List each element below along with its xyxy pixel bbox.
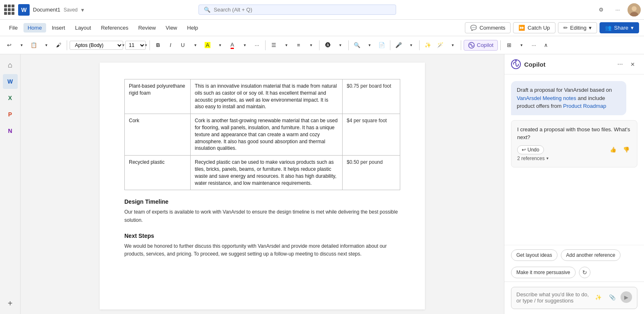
avatar[interactable] (628, 3, 641, 16)
meeting-notes-link[interactable]: VanArsdel Meeting notes (517, 95, 576, 101)
shading-dropdown-button[interactable]: ▾ (334, 40, 346, 51)
font-size-selector[interactable]: 11 (125, 41, 146, 50)
copilot-toolbar-button[interactable]: Copilot (464, 40, 498, 51)
undo-button[interactable]: ↩ (3, 40, 15, 51)
next-steps-text: We would be honored to further discuss t… (124, 242, 400, 258)
clipboard-dropdown-button[interactable]: ▾ (40, 40, 52, 51)
menu-layout[interactable]: Layout (71, 23, 95, 33)
copilot-header-icons: ··· ✕ (615, 59, 637, 69)
menu-file[interactable]: File (5, 23, 22, 33)
menu-bar: File Home Insert Layout References Revie… (0, 20, 644, 36)
ai-response-bubble: I created a proposal with those two file… (511, 120, 637, 167)
designer-button[interactable]: 🪄 (434, 40, 446, 51)
format-painter-button[interactable]: 🖌 (53, 40, 64, 51)
toolbar-divider-3 (265, 40, 266, 50)
find-button[interactable]: 🔍 (351, 40, 363, 51)
copilot-text-input[interactable] (516, 291, 589, 305)
undo-button[interactable]: ↩ Undo (517, 145, 544, 154)
design-timeline-text: Our team of experts is available to work… (124, 208, 400, 224)
view-options-dropdown-button[interactable]: ▾ (516, 40, 527, 51)
sidebar-home-icon[interactable]: ⌂ (3, 58, 18, 72)
bullets-button[interactable]: ☰ (268, 40, 280, 51)
italic-button[interactable]: I (165, 40, 176, 51)
copilot-input-icons: ✨ 📎 ▶ (593, 291, 632, 303)
copilot-close-button[interactable]: ✕ (628, 59, 637, 69)
font-color-button[interactable]: A (226, 40, 238, 51)
more-toolbar-button[interactable]: ··· (528, 40, 539, 51)
copilot-panel-icon (511, 59, 521, 69)
toolbar-collapse-button[interactable]: ∧ (540, 40, 552, 51)
bold-button[interactable]: B (152, 40, 164, 51)
attach-icon[interactable]: 📎 (607, 291, 618, 303)
menu-insert[interactable]: Insert (48, 23, 70, 33)
search-input[interactable] (214, 7, 391, 13)
menu-references[interactable]: References (97, 23, 132, 33)
search-box[interactable]: 🔍 (198, 5, 396, 15)
dictate-button[interactable]: 🎤 (393, 40, 404, 51)
share-dropdown-icon: ▾ (631, 25, 634, 31)
left-sidebar: ⌂ W X P N + (0, 54, 21, 314)
ai-action-row: ↩ Undo 👍 👎 (517, 145, 631, 155)
copilot-panel-title: Copilot (524, 61, 612, 68)
dropdown-arrow-icon[interactable]: ▾ (81, 7, 84, 13)
shading-button[interactable]: 🅐 (322, 40, 334, 51)
menu-help[interactable]: Help (183, 23, 202, 33)
find-dropdown-button[interactable]: ▾ (364, 40, 375, 51)
title-bar-right: ⚙ ··· (509, 3, 641, 16)
rewrite-button[interactable]: ✨ (422, 40, 434, 51)
sidebar-word-icon[interactable]: W (3, 74, 18, 89)
bullets-dropdown-button[interactable]: ▾ (280, 40, 292, 51)
toolbar-divider-1 (67, 40, 67, 50)
share-button[interactable]: 👥 Share ▾ (600, 22, 639, 33)
copilot-label: Copilot (477, 42, 493, 48)
add-reference-button[interactable]: Add another reference (561, 249, 621, 261)
highlight-button[interactable]: A (202, 40, 213, 51)
more-format-button[interactable]: ··· (251, 40, 263, 51)
dictate-dropdown-button[interactable]: ▾ (405, 40, 417, 51)
editing-dropdown-icon: ▾ (589, 25, 592, 31)
editing-button[interactable]: ✏ Editing ▾ (558, 22, 597, 33)
menu-review[interactable]: Review (134, 23, 160, 33)
thumbs-down-button[interactable]: 👎 (621, 145, 631, 155)
thumbs-up-button[interactable]: 👍 (608, 145, 618, 155)
catchup-button[interactable]: ⏩ Catch Up (513, 22, 555, 33)
refresh-suggestions-button[interactable]: ↻ (579, 267, 590, 278)
make-persuasive-button[interactable]: Make it more persuasive (511, 267, 576, 278)
font-selector[interactable]: Aptos (Body) (70, 41, 123, 50)
sidebar-excel-icon[interactable]: X (3, 91, 18, 105)
menu-home[interactable]: Home (23, 23, 46, 33)
product-roadmap-link[interactable]: Product Roadmap (563, 103, 606, 109)
search-area: 🔍 (89, 5, 506, 15)
title-bar-left: W Document1 Saved ▾ (3, 4, 86, 16)
share-icon: 👥 (605, 25, 611, 31)
highlight-dropdown-button[interactable]: ▾ (214, 40, 226, 51)
waffle-menu-button[interactable] (3, 4, 15, 16)
sidebar-powerpoint-icon[interactable]: P (3, 107, 18, 122)
paragraph-dropdown-button[interactable]: ▾ (305, 40, 317, 51)
designer-dropdown-button[interactable]: ▾ (447, 40, 458, 51)
clipboard-button[interactable]: 📋 (28, 40, 40, 51)
references-row[interactable]: 2 references ▾ (517, 155, 631, 162)
catchup-icon: ⏩ (518, 25, 525, 31)
font-color-dropdown-button[interactable]: ▾ (239, 40, 250, 51)
view-options-button[interactable]: ⊞ (503, 40, 515, 51)
copilot-icon (468, 42, 475, 49)
sparkle-icon[interactable]: ✨ (593, 291, 604, 303)
undo-dropdown-button[interactable]: ▾ (16, 40, 27, 51)
copilot-more-button[interactable]: ··· (615, 59, 625, 69)
edit-icon: ✏ (563, 25, 568, 31)
menu-view[interactable]: View (161, 23, 181, 33)
send-button[interactable]: ▶ (621, 291, 632, 303)
toolbar-divider-9 (500, 40, 501, 50)
underline-dropdown-button[interactable]: ▾ (189, 40, 201, 51)
sidebar-add-icon[interactable]: + (3, 296, 18, 311)
review-button[interactable]: 📄 (376, 40, 387, 51)
paragraph-button[interactable]: ≡ (293, 40, 304, 51)
more-options-icon[interactable]: ··· (611, 3, 624, 16)
comments-button[interactable]: 💬 Comments (465, 22, 511, 33)
sidebar-onenote-icon[interactable]: N (3, 123, 18, 138)
get-layout-button[interactable]: Get layout ideas (511, 249, 558, 261)
table-cell-desc-3: Recycled plastic can be used to make var… (191, 156, 343, 190)
underline-button[interactable]: U (177, 40, 189, 51)
settings-icon[interactable]: ⚙ (595, 3, 608, 16)
